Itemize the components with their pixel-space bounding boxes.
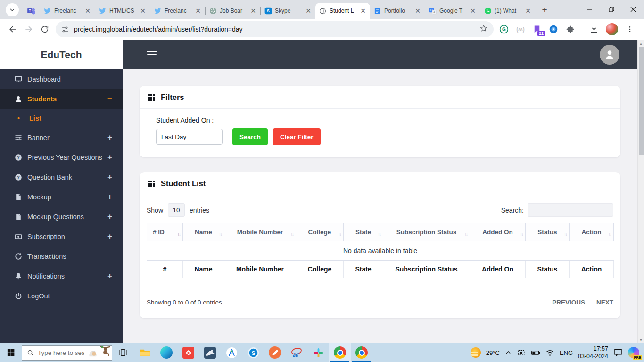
expand-indicator[interactable]: + — [107, 272, 112, 281]
brand-logo[interactable]: EduTech — [0, 40, 123, 69]
sidebar-item-banner[interactable]: Banner + — [0, 128, 123, 148]
sidebar-item-question-bank[interactable]: ? Question Bank + — [0, 167, 123, 187]
reload-button[interactable] — [37, 21, 53, 37]
page-scrollbar[interactable]: ▲ ▼ — [637, 40, 644, 343]
column-header-added-on[interactable]: Added On↑↓ — [470, 223, 526, 241]
weather-icon[interactable] — [471, 347, 481, 358]
sidebar-item-students[interactable]: Students − — [0, 89, 123, 109]
collapse-indicator[interactable]: − — [107, 94, 112, 104]
grammarly-icon[interactable]: G — [499, 25, 509, 34]
weather-temp[interactable]: 29°C — [486, 349, 500, 356]
expand-indicator[interactable]: + — [107, 192, 112, 202]
forward-button[interactable] — [21, 21, 37, 37]
tab-student-active[interactable]: Student L ✕ — [315, 3, 370, 19]
wifi-icon[interactable] — [545, 348, 554, 357]
tab-close-icon[interactable]: ✕ — [469, 7, 477, 15]
taskbar-screen-capture[interactable] — [286, 343, 307, 362]
tab-close-icon[interactable]: ✕ — [414, 7, 421, 15]
tray-chevron-icon[interactable] — [505, 349, 512, 356]
notification-center-icon[interactable] — [613, 348, 623, 357]
tab-close-icon[interactable]: ✕ — [194, 7, 202, 15]
taskbar-compass-app[interactable] — [221, 343, 242, 362]
bookmark-star-icon[interactable] — [479, 24, 488, 34]
entries-select[interactable]: 10 — [168, 203, 185, 217]
blue-extension-icon[interactable] — [549, 25, 558, 34]
start-button[interactable] — [0, 343, 22, 362]
taskbar-mysql-workbench[interactable] — [199, 343, 221, 362]
column-header-mobile[interactable]: Mobile Number↑↓ — [224, 223, 296, 241]
column-header-action[interactable]: Action↑↓ — [570, 223, 614, 241]
taskbar-chrome-2[interactable] — [351, 343, 372, 362]
taskbar-search-box[interactable] — [22, 345, 112, 361]
taskbar-search-input[interactable] — [38, 349, 84, 356]
window-minimize-button[interactable] — [579, 0, 601, 19]
user-avatar[interactable] — [600, 45, 619, 65]
sidebar-subitem-list[interactable]: • List — [0, 109, 123, 128]
taskbar-chrome-active[interactable] — [329, 343, 351, 362]
clear-filter-button[interactable]: Clear Filter — [273, 128, 321, 145]
tab-search-button[interactable] — [6, 3, 19, 16]
column-header-name[interactable]: Name↑↓ — [183, 223, 224, 241]
tab-freelance-1[interactable]: Freelanc ✕ — [40, 3, 95, 19]
tab-htmlcss[interactable]: HTML/CS ✕ — [95, 3, 150, 19]
window-restore-button[interactable] — [601, 0, 622, 19]
expand-indicator[interactable]: + — [107, 232, 112, 241]
scrollbar-thumb[interactable] — [639, 47, 644, 155]
taskbar-pen-tool[interactable] — [264, 343, 286, 362]
taskbar-anydesk[interactable] — [177, 343, 199, 362]
expand-indicator[interactable]: + — [107, 212, 112, 222]
expand-indicator[interactable]: + — [107, 173, 112, 182]
taskbar-clock[interactable]: 17:57 03-04-2024 — [578, 345, 608, 361]
sidebar-item-subscription[interactable]: Subscription + — [0, 227, 123, 247]
sidebar-item-logout[interactable]: LogOut — [0, 286, 123, 306]
tab-close-icon[interactable]: ✕ — [305, 7, 312, 15]
language-indicator[interactable]: ENG — [560, 349, 573, 356]
tab-close-icon[interactable]: ✕ — [249, 7, 257, 15]
purple-extension-icon[interactable]: 22 — [532, 25, 542, 34]
tab-close-icon[interactable]: ✕ — [139, 7, 147, 15]
column-header-college[interactable]: College↑↓ — [296, 223, 344, 241]
tab-close-icon[interactable]: ✕ — [84, 7, 91, 15]
tab-freelance-2[interactable]: Freelanc ✕ — [150, 3, 205, 19]
sidebar-item-notifications[interactable]: Notifications + — [0, 266, 123, 286]
sidebar-item-mockup-questions[interactable]: Mockup Questions + — [0, 207, 123, 227]
tab-jobboard[interactable]: Job Boar ✕ — [206, 3, 260, 19]
next-page-button[interactable]: NEXT — [596, 299, 613, 306]
sidebar-item-previous-year-questions[interactable]: ? Previous Year Questions + — [0, 148, 123, 167]
copilot-icon[interactable]: PRE — [628, 347, 639, 358]
browser-profile-avatar[interactable] — [606, 23, 618, 35]
expand-indicator[interactable]: + — [107, 133, 112, 142]
sidebar-item-dashboard[interactable]: Dashboard — [0, 69, 123, 89]
taskbar-edge[interactable] — [156, 343, 177, 362]
tab-whatsapp[interactable]: (1) What ✕ — [480, 3, 535, 19]
tab-close-icon[interactable]: ✕ — [359, 7, 367, 15]
browser-menu-icon[interactable] — [625, 25, 635, 34]
table-search-input[interactable] — [528, 203, 613, 217]
taskbar-skype[interactable]: S — [242, 343, 264, 362]
column-header-subscription[interactable]: Subscription Status↑↓ — [383, 223, 470, 241]
duration-select[interactable]: Last Day — [156, 129, 223, 145]
pinned-tab-teams[interactable]: T — [23, 3, 40, 19]
tab-close-icon[interactable]: ✕ — [524, 7, 532, 15]
column-header-id[interactable]: # ID↑↓ — [147, 223, 183, 241]
taskbar-task-view[interactable] — [112, 343, 134, 362]
tab-skype[interactable]: S Skype ✕ — [261, 3, 315, 19]
tab-portfolio[interactable]: Portfolio ✕ — [370, 3, 425, 19]
menu-toggle-icon[interactable] — [147, 51, 157, 58]
expand-indicator[interactable]: + — [107, 153, 112, 162]
downloads-icon[interactable] — [589, 25, 599, 34]
extensions-puzzle-icon[interactable] — [565, 25, 575, 34]
url-bar[interactable]: project.imgglobal.in/edutech/admin/user/… — [56, 21, 494, 37]
back-button[interactable] — [5, 21, 21, 37]
sidebar-item-mockup[interactable]: Mockup + — [0, 187, 123, 207]
search-button[interactable]: Search — [232, 128, 268, 145]
cast-icon[interactable] — [517, 348, 526, 357]
tab-google-translate[interactable]: GA Google T ✕ — [425, 3, 480, 19]
new-tab-button[interactable]: + — [538, 3, 551, 16]
scroll-up-arrow[interactable]: ▲ — [638, 40, 644, 47]
window-close-button[interactable] — [622, 0, 644, 19]
scroll-down-arrow[interactable]: ▼ — [638, 337, 644, 343]
column-header-state[interactable]: State↑↓ — [344, 223, 383, 241]
inactive-extension-icon[interactable]: (ʍ) — [516, 25, 525, 34]
battery-icon[interactable] — [531, 348, 540, 357]
